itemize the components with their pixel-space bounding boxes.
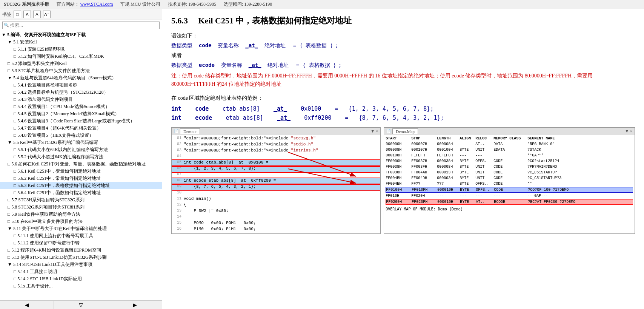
map-cell-9-6: ---GAP--- — [527, 194, 633, 198]
map-cell-7-5: CODE — [493, 182, 527, 186]
sidebar-item-s512[interactable]: □ 5.1.2 如何同时安装Keil的C51、C251和MDK — [0, 53, 162, 60]
map-cell-9-4: --- — [475, 194, 493, 198]
sidebar-item-s5112[interactable]: □ 5.11.2 使用保留中断号进行中转 — [0, 239, 162, 247]
map-cell-8-1: FF010FH — [412, 188, 437, 192]
line-content-08: int ecode etab_abs[8] at 0xff0200 = — [184, 178, 276, 183]
toolbar-btn-2[interactable]: A — [23, 11, 31, 18]
code-line-06: 06 {1, 2, 3, 4, 5, 6, 7, 8}; — [172, 166, 380, 172]
website-link[interactable]: www.STCAI.com — [80, 2, 113, 7]
line-num-04: 04 — [173, 154, 181, 158]
demo-c-close[interactable]: ▼ × — [370, 129, 378, 133]
toolbar-btn-4[interactable]: A⁻ — [43, 11, 51, 18]
sidebar-item-s511b[interactable]: ▼ 5.11 关于中断号大于31在Keil中编译出错的处理 — [0, 225, 162, 232]
sidebar-item-s52[interactable]: □ 5.2 添加型号和头文件到Keil — [0, 60, 162, 67]
map-header-col-0: START — [386, 136, 411, 141]
sidebar-item-s563[interactable]: □ 5.6.3 Keil C251中，表格数据如何指定绝对地址 — [0, 182, 162, 189]
map-cell-10-2: 000010H — [437, 200, 460, 204]
map-cell-5-6: ?C_C51STARTUP — [527, 170, 633, 175]
sidebar-item-s57[interactable]: □ 5.7 STC8H系列项目转为STC32G系列 — [0, 196, 162, 204]
sidebar-item-s547[interactable]: □ 5.4.7 设置项目4（超64K代码的相关设置） — [0, 125, 162, 132]
line-num-06: 06 — [173, 166, 181, 170]
line-num-02: 02 — [173, 142, 181, 146]
map-cell-9-2: --- — [437, 194, 460, 198]
line-content-15: POMO = 0x00; POM1 = 0x00; — [184, 221, 256, 225]
map-cell-0-3: --- — [460, 142, 475, 146]
sidebar-item-s5[interactable]: ▼ 5 编译、仿真开发环境的建立与ISP下载 — [0, 31, 162, 39]
section-num: 5.6.3 — [171, 16, 188, 25]
sidebar-item-s59[interactable]: □ 5.9 Keil软件中获取帮助的简单方法 — [0, 211, 162, 218]
map-cell-1-3: BYTE — [460, 148, 475, 152]
map-cell-6-6: ?C_C51STARTUP?3 — [527, 176, 633, 180]
section-heading: 5.6.3 Keil C251 中，表格数据如何指定绝对地址 — [171, 15, 635, 26]
map-cell-7-2: ??? — [437, 182, 460, 186]
sidebar-item-s564[interactable]: □ 5.6.4 Keil C251中，函数如何指定绝对地址 — [0, 189, 162, 196]
code-line-02: 02"color:#00008B;font-weight:bold;">#inc… — [172, 142, 380, 148]
sidebar-item-s58[interactable]: □ 5.8 STC32G系列项目转为STC8H系列 — [0, 204, 162, 211]
sidebar-item-s512b[interactable]: □ 5.12 程序超64K时如何设置保留EEPROM空间 — [0, 247, 162, 254]
syntax-addr-2: 绝对地址 — [267, 62, 289, 68]
sidebar-item-s544[interactable]: □ 5.4.4 设置项目1（'CPU Mode'选择Source模式） — [0, 103, 162, 110]
sidebar-item-s562[interactable]: □ 5.6.2 Keil C251中，常量如何指定绝对地址 — [0, 175, 162, 182]
map-cell-6-0: FF004BH — [386, 176, 411, 180]
sidebar-item-s55[interactable]: ▼ 5.5 Keil中基于STC32G系列的汇编代码编写 — [0, 139, 162, 146]
demo-map-window: 📄 Demo.Map ▼ × STARTSTOPLENGTHALIGNRELOC… — [384, 127, 635, 234]
code-line-15: 15 POMO = 0x00; POM1 = 0x00; — [172, 221, 380, 227]
sidebar-item-s541[interactable]: □ 5.4.1 设置项目路径和项目名称 — [0, 82, 162, 89]
map-cell-1-1: 000107H — [411, 148, 437, 152]
sidebar-item-s53[interactable]: □ 5.3 STC单片机程序中头文件的使用方法 — [0, 67, 162, 74]
line-num-01: 01 — [173, 136, 181, 140]
sidebar-item-s551[interactable]: □ 5.5.1 代码大小在64K以内的汇编程序编写方法 — [0, 146, 162, 153]
sidebar-item-s56[interactable]: □ 5.6 如何在Keil C251中对变量、常量、表格数据、函数指定绝对地址 — [0, 161, 162, 168]
map-header-row: STARTSTOPLENGTHALIGNRELOCMEMORY CLASSSEG… — [386, 136, 633, 141]
map-cell-3-1: FF0037H — [411, 159, 437, 163]
sidebar-item-s5111[interactable]: □ 5.11.1 使用网上流行的中断号写展工具 — [0, 232, 162, 239]
sidebar-next-btn[interactable]: ▶ — [108, 301, 162, 309]
map-cell-1-4: UNIT — [475, 148, 493, 152]
demo-map-close[interactable]: ▼ × — [625, 129, 632, 133]
sidebar-item-s51[interactable]: ▼ 5.1 安装Keil — [0, 39, 162, 46]
map-cell-7-3: BYTE — [460, 182, 475, 186]
windows-row: 📄 Demo.c ▼ × 01"color:#00008B;font-weigh… — [171, 127, 635, 234]
sidebar-expand-btn[interactable]: ▽ — [54, 301, 108, 309]
line-content-06: {1, 2, 3, 4, 5, 6, 7, 8}; — [184, 166, 256, 171]
sidebar-item-s548[interactable]: □ 5.4.8 设置项目5（HEX文件格式设置） — [0, 132, 162, 139]
sidebar-bottom-btns: ◀ ▽ ▶ — [0, 300, 162, 309]
sidebar-prev-btn[interactable]: ◀ — [0, 301, 54, 309]
sidebar-item-s5141[interactable]: □ 5.14.1 工具接口说明 — [0, 268, 162, 275]
map-row-6: FF004BHFF004DH000003HBYTEUNITCODE?C_C51S… — [386, 175, 633, 181]
map-cell-10-6: ?EC?AT_FF0200_?2?DEMO — [528, 200, 633, 204]
map-cell-4-4: UNIT — [475, 165, 493, 169]
line-num-07: 07 — [173, 172, 181, 176]
sidebar-item-s510[interactable]: □ 5.10 在Keil中建立多文件项目的方法 — [0, 218, 162, 225]
sidebar-item-s513[interactable]: □ 5.13 使用STC-USB Link1D仿真STC32G系列步骤 — [0, 254, 162, 261]
sidebar-item-s5142[interactable]: □ 5.14.2 STC-USB Link1D实际应用 — [0, 275, 162, 283]
map-row-10: FF0200HFF020FH000010HBYTEAT..ECODE?EC?AT… — [386, 199, 633, 205]
sidebar-item-s54[interactable]: ▼ 5.4 新建与设置超64k程序代码的项目（Source模式） — [0, 74, 162, 82]
sidebar-item-s546[interactable]: □ 5.4.6 设置项目3（'Code Rom Size'选择Large或者Hu… — [0, 117, 162, 125]
tech-support: 技术支持: 198-6458-5985 — [168, 1, 216, 8]
sidebar-item-s514x[interactable]: □ 5.1x 工具于设计... — [0, 283, 162, 290]
sidebar-item-s552[interactable]: □ 5.5.2 代码大小超过64K的汇编程序编写方法 — [0, 153, 162, 161]
keyword-at-1: _at_ — [245, 42, 258, 48]
map-cell-3-4: OFFS. — [475, 159, 493, 163]
map-header-col-2: LENGTH — [437, 136, 460, 141]
sidebar-item-s511[interactable]: □ 5.1.1 安装C251编译环境 — [0, 46, 162, 53]
search-box: 🔍 — [2, 22, 160, 29]
map-cell-8-3: BYTE — [460, 188, 476, 192]
toolbar-btn-3[interactable]: A — [33, 11, 41, 18]
sidebar-item-s561[interactable]: □ 5.6.1 Keil C251中，变量如何指定绝对地址 — [0, 168, 162, 175]
demo-c-titlebar: 📄 Demo.c ▼ × — [172, 128, 380, 135]
demo-map-tab[interactable]: Demo.Map — [392, 128, 418, 134]
search-input[interactable] — [2, 22, 160, 29]
toolbar-btn-1[interactable]: □ — [14, 11, 21, 18]
sidebar-item-s543[interactable]: □ 5.4.3 添加源代码文件到项目 — [0, 96, 162, 103]
sidebar-item-s542[interactable]: □ 5.4.2 选择目标单片机型号（STC32G12K128） — [0, 89, 162, 96]
demo-c-tab[interactable]: Demo.c — [180, 128, 200, 134]
map-row-1: 000008H000107H000100HBYTEUNITEDATA?STACK — [386, 147, 633, 153]
syntax-equals-1: ＝｛ 表格数据 ｝; — [292, 42, 338, 48]
sidebar-item-s545[interactable]: □ 5.4.5 设置项目2（'Memory Model'选择XSmall模式） — [0, 110, 162, 117]
sidebar-item-s514[interactable]: ▼ 5.14 STC-USB Link1D工具使用注意事项 — [0, 261, 162, 268]
code-line-16: 16 P1M0 = 0x00; P1M1 = 0x00; — [172, 227, 380, 233]
code-line-04: 04 — [172, 154, 380, 160]
demo-c-body: 01"color:#00008B;font-weight:bold;">#inc… — [172, 135, 380, 233]
